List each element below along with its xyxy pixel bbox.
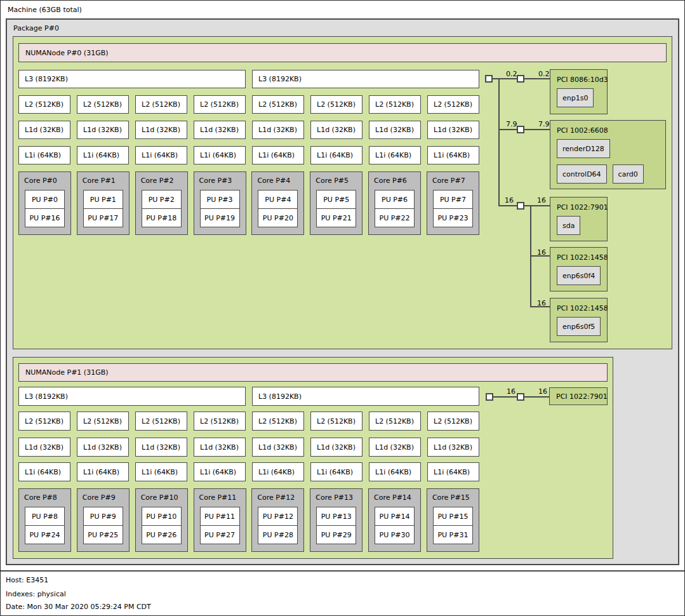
pci-device-box: PCI 1022:1458 enp6s0f4	[550, 247, 608, 291]
core-label: Core P#11	[194, 489, 246, 502]
numa-node-1-label: NUMANode P#1 (31GB)	[25, 368, 109, 377]
core-box: Core P#13 PU P#13PU P#29	[310, 488, 362, 552]
l2-cache-box: L2 (512KB)	[135, 412, 187, 431]
l2-cache-box: L2 (512KB)	[252, 95, 304, 114]
l2-row: L2 (512KB) L2 (512KB) L2 (512KB) L2 (512…	[18, 95, 479, 114]
os-device-box: sda	[557, 216, 580, 235]
numa-node-1-label-box: NUMANode P#1 (31GB)	[18, 363, 608, 382]
l1i-cache-box: L1i (64KB)	[369, 146, 421, 164]
l1i-cache-box: L1i (64KB)	[427, 146, 479, 164]
l1d-cache-box: L1d (32KB)	[252, 121, 304, 139]
link-speed-label: 16	[505, 196, 514, 204]
pu-box: PU P#30	[375, 525, 415, 544]
l2-cache-box: L2 (512KB)	[310, 95, 362, 114]
l1d-cache-box: L1d (32KB)	[135, 438, 187, 457]
l1d-cache-box: L1d (32KB)	[310, 438, 362, 457]
l1i-cache-box: L1i (64KB)	[135, 146, 187, 164]
l1d-cache-box: L1d (32KB)	[310, 121, 362, 139]
link-speed-label: 0.2	[506, 70, 517, 78]
core-label: Core P#15	[427, 489, 479, 502]
core-box: Core P#4 PU P#4PU P#20	[251, 171, 304, 235]
l1i-cache-box: L1i (64KB)	[18, 462, 70, 481]
l3-cache-box: L3 (8192KB)	[252, 387, 479, 406]
os-device-box: enp6s0f4	[557, 266, 601, 285]
core-box: Core P#6 PU P#6PU P#22	[368, 171, 421, 235]
numa-node-0-group: NUMANode P#0 (31GB) L3 (8192KB) L3 (8192…	[13, 36, 672, 349]
core-label: Core P#14	[369, 489, 420, 502]
core-box: Core P#11 PU P#11PU P#27	[194, 488, 246, 552]
pu-box: PU P#6	[375, 190, 415, 209]
pu-box: PU P#8	[25, 507, 65, 526]
core-label: Core P#10	[136, 489, 187, 502]
l3-row: L3 (8192KB) L3 (8192KB)	[18, 70, 479, 88]
core-box: Core P#3 PU P#3PU P#19	[194, 171, 246, 235]
core-label: Core P#4	[252, 172, 303, 185]
os-device-box: controlD64	[557, 164, 607, 184]
pu-box: PU P#29	[316, 525, 356, 544]
core-box: Core P#1 PU P#1PU P#17	[77, 171, 130, 235]
core-label: Core P#5	[310, 172, 362, 185]
l3-cache-box: L3 (8192KB)	[18, 70, 246, 88]
l1d-cache-box: L1d (32KB)	[135, 121, 187, 139]
numa-node-0-label: NUMANode P#0 (31GB)	[25, 49, 109, 57]
link-speed-label: 16	[537, 196, 546, 204]
l2-cache-box: L2 (512KB)	[427, 95, 479, 114]
l1d-cache-box: L1d (32KB)	[252, 438, 304, 457]
l1i-cache-box: L1i (64KB)	[310, 462, 362, 481]
core-label: Core P#9	[77, 489, 129, 502]
l1d-cache-box: L1d (32KB)	[194, 438, 246, 457]
legend-indexes: Indexes: physical	[6, 590, 66, 598]
pu-box: PU P#23	[433, 208, 473, 227]
os-device-box: card0	[613, 164, 644, 184]
l1i-cache-box: L1i (64KB)	[77, 146, 129, 164]
pu-box: PU P#20	[258, 208, 298, 227]
l1d-cache-box: L1d (32KB)	[18, 438, 70, 457]
l2-row: L2 (512KB) L2 (512KB) L2 (512KB) L2 (512…	[18, 412, 479, 431]
core-row: Core P#8 PU P#8PU P#24 Core P#9 PU P#9PU…	[18, 488, 479, 552]
l3-cache-box: L3 (8192KB)	[18, 387, 246, 406]
l1d-cache-box: L1d (32KB)	[18, 121, 70, 139]
pu-box: PU P#9	[83, 507, 123, 526]
core-label: Core P#1	[77, 172, 129, 185]
l1d-cache-box: L1d (32KB)	[427, 121, 479, 139]
pci-device-label: PCI 1022:7901	[550, 198, 607, 211]
legend-date: Date: Mon 30 Mar 2020 05:29:24 PM CDT	[6, 603, 151, 611]
pu-box: PU P#10	[142, 507, 182, 526]
os-device-box: enp6s0f5	[557, 317, 601, 336]
l2-cache-box: L2 (512KB)	[194, 412, 246, 431]
l2-cache-box: L2 (512KB)	[18, 412, 70, 431]
l3-row: L3 (8192KB) L3 (8192KB)	[18, 387, 479, 406]
l2-cache-box: L2 (512KB)	[194, 95, 246, 114]
pu-box: PU P#12	[258, 507, 298, 526]
pu-box: PU P#2	[142, 190, 182, 209]
core-box: Core P#14 PU P#14PU P#30	[368, 488, 421, 552]
core-box: Core P#5 PU P#5PU P#21	[310, 171, 362, 235]
pu-box: PU P#13	[316, 507, 356, 526]
l1i-row: L1i (64KB) L1i (64KB) L1i (64KB) L1i (64…	[18, 146, 479, 164]
link-speed-label: 0.2	[538, 70, 550, 78]
numa-node-0-label-box: NUMANode P#0 (31GB)	[18, 43, 667, 62]
pu-box: PU P#17	[83, 208, 123, 227]
core-label: Core P#12	[252, 489, 303, 502]
pu-box: PU P#22	[375, 208, 415, 227]
l3-cache-box: L3 (8192KB)	[252, 70, 479, 88]
l1i-cache-box: L1i (64KB)	[77, 462, 129, 481]
core-box: Core P#2 PU P#2PU P#18	[135, 171, 188, 235]
pu-box: PU P#15	[433, 507, 473, 526]
pu-box: PU P#28	[258, 525, 298, 544]
pu-box: PU P#27	[200, 525, 240, 544]
pu-box: PU P#31	[433, 525, 473, 544]
l2-cache-box: L2 (512KB)	[18, 95, 70, 114]
hostbridge-square	[486, 393, 493, 401]
l1d-row: L1d (32KB) L1d (32KB) L1d (32KB) L1d (32…	[18, 121, 479, 139]
numa-node-1-group: NUMANode P#1 (31GB) L3 (8192KB) L3 (8192…	[13, 357, 613, 559]
l1i-cache-box: L1i (64KB)	[194, 146, 246, 164]
pu-box: PU P#16	[25, 208, 65, 227]
l1d-cache-box: L1d (32KB)	[77, 438, 129, 457]
pu-box: PU P#25	[83, 525, 123, 544]
l1i-cache-box: L1i (64KB)	[18, 146, 70, 164]
l1i-row: L1i (64KB) L1i (64KB) L1i (64KB) L1i (64…	[18, 462, 479, 481]
core-box: Core P#10 PU P#10PU P#26	[135, 488, 188, 552]
l1i-cache-box: L1i (64KB)	[135, 462, 187, 481]
pci-bridge-square	[517, 126, 524, 133]
